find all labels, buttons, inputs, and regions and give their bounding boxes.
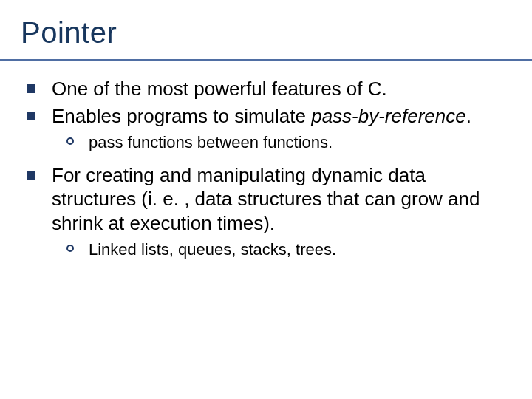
- square-bullet-icon: [27, 84, 35, 93]
- text-run: .: [466, 105, 471, 127]
- slide-title: Pointer: [21, 16, 117, 50]
- list-item: One of the most powerful features of C.: [27, 77, 502, 101]
- list-item-text: Enables programs to simulate pass-by-ref…: [52, 104, 502, 129]
- circle-bullet-icon: [66, 137, 74, 145]
- sub-list-item: pass functions between functions.: [66, 132, 502, 153]
- text-run: Enables programs to simulate: [52, 105, 311, 127]
- sub-list-item-text: pass functions between functions.: [89, 132, 502, 153]
- circle-bullet-icon: [66, 245, 74, 252]
- square-bullet-icon: [27, 112, 35, 120]
- sub-list-item: Linked lists, queues, stacks, trees.: [66, 239, 502, 260]
- slide-body: One of the most powerful features of C. …: [27, 77, 502, 270]
- title-underline: [0, 59, 532, 61]
- text-emphasis: pass-by-reference: [311, 105, 466, 127]
- sub-list-item-text: Linked lists, queues, stacks, trees.: [89, 239, 502, 260]
- list-item-text: For creating and manipulating dynamic da…: [52, 163, 502, 236]
- square-bullet-icon: [27, 171, 35, 180]
- slide: Pointer One of the most powerful feature…: [0, 0, 532, 399]
- list-item: For creating and manipulating dynamic da…: [27, 163, 502, 236]
- list-item: Enables programs to simulate pass-by-ref…: [27, 104, 502, 129]
- list-item-text: One of the most powerful features of C.: [52, 77, 502, 101]
